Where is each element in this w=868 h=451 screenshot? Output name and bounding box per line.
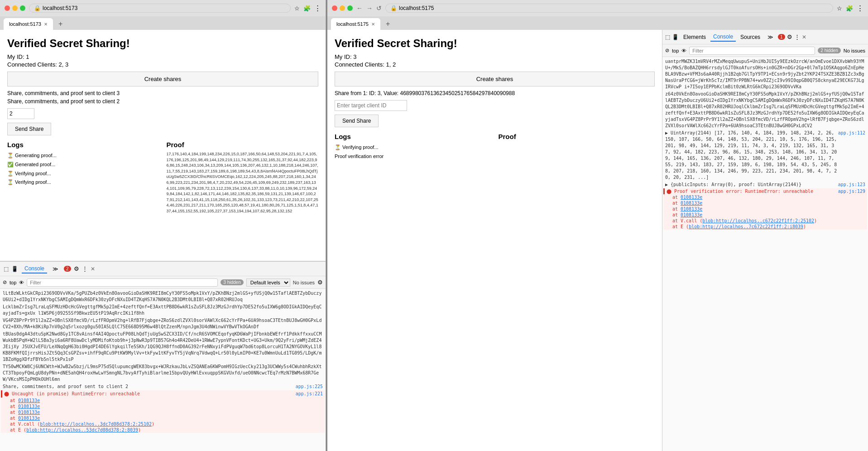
right-max-btn[interactable] [347,5,353,11]
right-devtools-settings-icon[interactable]: ⚙ [787,34,792,40]
right-logs-title: Logs [335,133,491,140]
left-tab-label: localhost:5173 [9,21,41,27]
right-devtools-filter-input[interactable] [689,47,815,55]
right-more-tabs[interactable]: ≫ [765,33,776,41]
left-page-title: Verified Secret Sharing! [7,37,318,50]
right-error-link-0[interactable]: app.js:129 [838,189,865,194]
right-forward-btn[interactable]: → [366,5,373,12]
right-devtools-close-icon[interactable]: ✕ [802,34,806,40]
right-console-tab[interactable]: Console [710,33,736,42]
right-error-trace-3: at 0108133e [663,212,867,218]
left-console-error-0: ⬤ Uncaught (in promise) RuntimeError: un… [1,390,325,398]
left-send-share-btn[interactable]: Send Share [7,123,51,135]
right-trace-link-2[interactable]: 0108133e [681,206,702,211]
left-connected: Connected Clients: 2, 3 [7,61,318,68]
left-console-share-sent: Share, commitments, and proof sent to cl… [1,383,325,390]
right-address-bar[interactable]: 🔒 localhost:5175 [385,4,833,13]
right-bookmark-icon[interactable]: ☆ [837,5,842,12]
right-console-error-0: ⬤ Proof verification error: RuntimeError… [663,188,867,194]
right-refresh-btn[interactable]: ↺ [376,5,382,12]
left-share-input[interactable] [7,108,34,119]
left-level-select[interactable]: Default levels [246,278,290,287]
right-console-area[interactable]: uantprMWZK31mVRV4rMZxMeqqUwupuS+UniHbJUI… [662,57,868,451]
left-error-link-0[interactable]: app.js:221 [296,391,323,397]
right-tab-close[interactable]: ✕ [371,22,375,27]
right-trace-link-0[interactable]: 0108133e [681,195,702,200]
left-tab-close[interactable]: ✕ [44,22,48,27]
left-close-btn[interactable] [5,5,10,11]
left-trace-link-4[interactable]: blob:http://localhos..3dc7d08d378:2:2510… [40,422,152,427]
right-back-btn[interactable]: ← [356,5,363,12]
left-error-trace-0: at 0108133e [1,398,325,403]
left-hidden-badge: 3 hidden [221,279,243,285]
right-browser-window: ← → ↺ 🔒 localhost:5175 ☆ 🧩 ⋮ localhost:5… [327,0,868,451]
left-console-line-2: VG4PZ8PrPr9Y1l2aZZ+OBnlSX8fmcVD/rLzfFROp… [1,317,325,331]
left-trace-link-5[interactable]: blob:http://localhos..53dc7d08d378:2:803… [26,427,138,432]
right-new-tab-btn[interactable]: + [382,18,393,30]
left-devtools-gear-icon[interactable]: ⚙ [317,279,323,286]
right-hidden-badge: 2 hidden [818,48,840,53]
left-trace-link-1[interactable]: 0108133e [18,404,40,409]
left-devtools-filter-input[interactable] [27,278,218,287]
left-page: Verified Secret Sharing! My ID: 1 Connec… [0,30,326,261]
left-proof-title: Proof [167,141,319,149]
left-sources-tab[interactable]: ≫ [50,265,61,273]
left-trace-link-3[interactable]: 0108133e [18,416,40,421]
left-devtools-pointer-icon[interactable]: ⬚ [3,265,10,273]
right-log-items: ⏳ Verifying proof... Proof verification … [335,143,491,161]
right-share-input[interactable] [335,100,407,111]
right-trace-link-3[interactable]: 0108133e [681,212,702,217]
right-active-tab[interactable]: localhost:5175 ✕ [331,18,380,30]
left-trace-link-2[interactable]: 0108133e [18,410,40,415]
right-console-link-0[interactable]: app.js:112 [838,130,865,181]
right-trace-link-5[interactable]: blob:http://localhos..7c672c22f1ff:2:i80… [689,224,803,229]
left-address-bar[interactable]: 🔒 localhost:5173 [29,4,291,13]
right-menu-icon[interactable]: ⋮ [857,4,863,12]
right-error-trace-1: at 0108133e [663,200,867,206]
right-min-btn[interactable] [340,5,345,11]
left-new-tab-btn[interactable]: + [55,18,66,30]
right-create-shares-btn[interactable]: Create shares [335,72,655,86]
right-content-area: Verified Secret Sharing! My ID: 3 Connec… [327,30,868,451]
left-trace-link-0[interactable]: 0108133e [18,398,40,403]
left-min-btn[interactable] [12,5,18,11]
right-trace-link-4[interactable]: blob:http://localhos..c672c22f1ff:2:2510… [702,218,814,223]
right-send-share-btn[interactable]: Send Share [335,115,379,127]
right-elements-tab[interactable]: Elements [681,33,709,41]
right-devtools-more-icon[interactable]: ⋮ [794,34,800,40]
right-traffic-lights [332,5,353,11]
right-extensions-icon[interactable]: 🧩 [846,5,853,12]
left-console-tab[interactable]: Console [22,264,47,273]
left-title-bar: 🔒 localhost:5173 ☆ 🧩 ⋮ [0,0,326,16]
left-error-trace-1: at 0108133e [1,403,325,409]
right-console-object: ▶ {publicInputs: Array(0), proof: UintAr… [663,181,867,188]
right-close-btn[interactable] [332,5,337,11]
right-trace-link-1[interactable]: 0108133e [681,201,702,206]
left-bookmark-icon[interactable]: ☆ [294,5,300,12]
right-devtools: ⬚ 📱 Elements Console Sources ≫ 1 ⚙ ⋮ ✕ ⊘ [662,30,868,451]
left-active-tab[interactable]: localhost:5173 ✕ [4,18,53,30]
left-console-line-3: tBUas0dgA43dtuSpK2Nwd8Gy1TC8vAinsf4AI4Qp… [1,331,325,363]
right-devtools-mobile-icon[interactable]: 📱 [672,34,679,40]
left-log-item-1: ✅ Generated proof... [7,160,159,169]
left-traffic-lights [5,5,25,11]
left-proof-text: 17,176,140,4,184,199,148,234,226,15,0,18… [167,151,319,214]
right-devtools-block-icon: ⊘ [665,48,669,53]
left-devtools-settings-icon[interactable]: ⚙ [74,265,79,272]
left-console-area[interactable]: lLtBzWLktGkCRpi2369ODVvVKa/5gPUZb4z0VkEn… [0,289,326,451]
left-log-items: ⏳ Generating proof... ✅ Generated proof.… [7,151,159,187]
left-max-btn[interactable] [20,5,25,11]
left-create-shares-btn[interactable]: Create shares [7,72,318,86]
right-devtools-toolbar: ⬚ 📱 Elements Console Sources ≫ 1 ⚙ ⋮ ✕ [662,30,868,44]
left-console-link-0[interactable]: app.js:225 [296,384,323,390]
left-devtools-more-icon[interactable]: ⋮ [82,265,88,272]
left-devtools-mobile-icon[interactable]: 📱 [10,265,19,273]
right-sources-tab[interactable]: Sources [738,33,763,41]
left-extensions-icon[interactable]: 🧩 [303,5,311,12]
left-menu-icon[interactable]: ⋮ [314,4,321,12]
right-devtools-pointer-icon[interactable]: ⬚ [665,34,670,40]
right-connected: Connected Clients: 1, 2 [335,61,655,68]
right-devtools-filter-row: ⊘ top 👁 2 hidden No issues [662,44,868,57]
right-console-link-1[interactable]: app.js:123 [838,182,865,188]
left-devtools-close-icon[interactable]: ✕ [91,266,95,272]
